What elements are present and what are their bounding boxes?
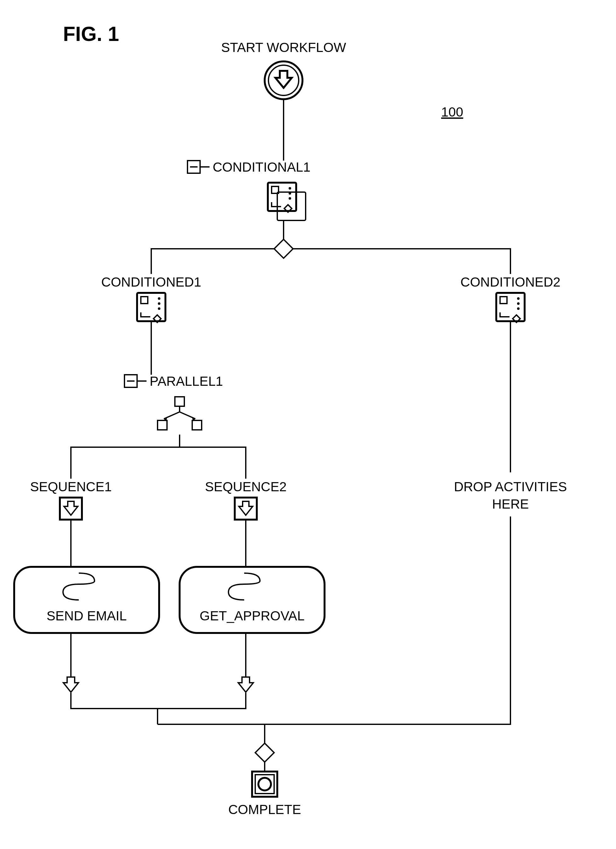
collapse-toggle[interactable] <box>188 161 200 173</box>
conditioned2-icon <box>496 293 525 322</box>
conditional-icon <box>268 183 306 220</box>
activity-send-email-label: SEND EMAIL <box>47 608 127 623</box>
svg-rect-11 <box>141 296 148 304</box>
decision-diamond-icon <box>274 239 293 258</box>
script-icon <box>63 573 94 600</box>
svg-point-18 <box>517 302 520 305</box>
conditioned2-label: CONDITIONED2 <box>460 275 560 289</box>
start-label: START WORKFLOW <box>221 40 346 55</box>
connector <box>71 693 246 709</box>
reference-number: 100 <box>441 104 463 119</box>
svg-point-14 <box>158 307 160 310</box>
activity-get-approval[interactable]: GET_APPROVAL <box>180 567 325 633</box>
parallel-label: PARALLEL1 <box>150 374 223 389</box>
drop-activities-label-2[interactable]: HERE <box>492 497 529 511</box>
svg-rect-22 <box>175 397 184 406</box>
sequence1-icon <box>60 497 82 520</box>
sequence1-label: SEQUENCE1 <box>30 479 112 494</box>
connector <box>151 249 274 274</box>
connector <box>293 249 510 274</box>
conditioned1-icon <box>137 293 166 322</box>
connector <box>158 709 510 724</box>
svg-line-25 <box>180 412 195 419</box>
svg-point-8 <box>289 192 291 195</box>
complete-label: COMPLETE <box>228 802 301 817</box>
conditioned1-label: CONDITIONED1 <box>101 275 201 289</box>
sequence2-label: SEQUENCE2 <box>205 479 286 494</box>
svg-rect-4 <box>277 192 306 220</box>
drop-activities-label[interactable]: DROP ACTIVITIES <box>454 479 567 494</box>
arrow-down-icon <box>238 677 254 692</box>
conditional-label: CONDITIONAL1 <box>213 160 310 174</box>
svg-point-12 <box>158 297 160 300</box>
collapse-toggle[interactable] <box>124 375 137 387</box>
svg-line-24 <box>164 412 180 419</box>
start-icon <box>265 61 303 99</box>
svg-rect-27 <box>192 420 202 430</box>
complete-icon <box>252 772 277 797</box>
svg-rect-26 <box>158 420 167 430</box>
parallel-icon <box>158 397 202 430</box>
figure-label: FIG. 1 <box>63 23 119 45</box>
connector <box>180 447 246 479</box>
svg-point-7 <box>289 187 291 189</box>
svg-point-34 <box>258 778 271 791</box>
merge-diamond-icon <box>255 743 274 762</box>
script-icon <box>228 573 260 600</box>
activity-get-approval-label: GET_APPROVAL <box>200 608 304 623</box>
sequence2-icon <box>235 497 257 520</box>
connector <box>71 447 180 479</box>
svg-point-0 <box>265 61 303 99</box>
svg-point-17 <box>517 297 520 300</box>
svg-point-19 <box>517 307 520 310</box>
svg-point-9 <box>289 197 291 200</box>
svg-rect-16 <box>500 296 507 304</box>
svg-point-13 <box>158 302 160 305</box>
activity-send-email[interactable]: SEND EMAIL <box>14 567 159 633</box>
svg-point-1 <box>268 65 299 95</box>
arrow-down-icon <box>63 677 79 692</box>
